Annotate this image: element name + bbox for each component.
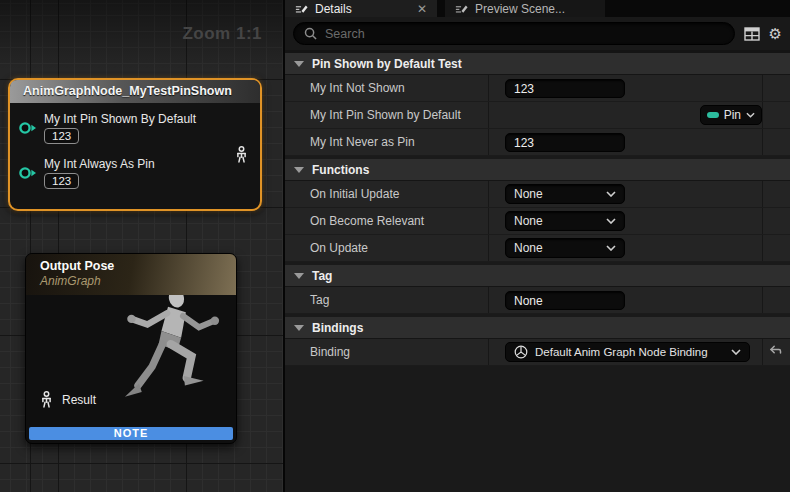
chevron-down-icon bbox=[294, 61, 304, 67]
search-icon bbox=[304, 27, 317, 40]
property-label: Binding bbox=[285, 345, 350, 359]
tab-bar: Details ✕ Preview Scene... bbox=[285, 0, 790, 17]
preview-scene-tab-icon bbox=[455, 3, 468, 14]
output-pose-header[interactable]: Output Pose AnimGraph bbox=[26, 254, 236, 295]
tab-label: Preview Scene... bbox=[475, 2, 565, 16]
property-label: My Int Never as Pin bbox=[285, 135, 415, 149]
reset-to-default-icon[interactable] bbox=[768, 345, 782, 358]
property-row: My Int Never as Pin bbox=[285, 129, 790, 156]
pose-pin-icon bbox=[39, 391, 54, 408]
anim-graph-node-selected[interactable]: AnimGraphNode_MyTestPinShown My Int Pin … bbox=[8, 78, 262, 211]
display-filter-icon[interactable] bbox=[744, 27, 760, 41]
on-become-relevant-dropdown[interactable]: None bbox=[505, 211, 625, 231]
tab-label: Details bbox=[315, 2, 352, 16]
tab-preview-scene[interactable]: Preview Scene... bbox=[445, 0, 605, 17]
unreal-editor-window: Zoom 1:1 AnimGraphNode_MyTestPinShown My… bbox=[0, 0, 790, 492]
node-title: Output Pose bbox=[40, 259, 236, 273]
chevron-down-icon bbox=[731, 349, 741, 355]
section-pin-shown-by-default-test: Pin Shown by Default Test My Int Not Sho… bbox=[285, 53, 790, 156]
note-bar[interactable]: NOTE bbox=[29, 427, 233, 440]
anim-graph-canvas[interactable]: Zoom 1:1 AnimGraphNode_MyTestPinShown My… bbox=[0, 0, 284, 492]
pin-visibility-dropdown[interactable]: Pin bbox=[700, 105, 762, 125]
section-tag: Tag Tag bbox=[285, 265, 790, 314]
category-header[interactable]: Tag bbox=[285, 265, 790, 287]
pin-label: My Int Always As Pin bbox=[44, 157, 155, 171]
output-pose-node[interactable]: Output Pose AnimGraph bbox=[25, 253, 237, 444]
chevron-down-icon bbox=[294, 325, 304, 331]
binding-icon bbox=[514, 345, 528, 359]
property-row: On Initial Update None bbox=[285, 181, 790, 208]
binding-dropdown[interactable]: Default Anim Graph Node Binding bbox=[505, 342, 750, 362]
chevron-down-icon bbox=[294, 167, 304, 173]
details-tab-icon bbox=[295, 3, 308, 14]
result-pin[interactable]: Result bbox=[39, 391, 96, 408]
details-toolbar: ⚙ bbox=[285, 17, 790, 53]
property-row: My Int Pin Shown by Default Pin bbox=[285, 102, 790, 129]
pin-pill-icon bbox=[707, 112, 719, 118]
tab-details[interactable]: Details ✕ bbox=[285, 0, 437, 17]
category-header[interactable]: Bindings bbox=[285, 317, 790, 339]
node-subtitle: AnimGraph bbox=[40, 274, 236, 288]
chevron-down-icon bbox=[606, 191, 616, 197]
property-label: My Int Not Shown bbox=[285, 81, 405, 95]
pin-default-value[interactable]: 123 bbox=[44, 128, 79, 144]
result-pin-label: Result bbox=[62, 393, 96, 407]
property-label: On Become Relevant bbox=[285, 214, 424, 228]
node-pin-row: My Int Always As Pin 123 bbox=[18, 157, 260, 189]
category-header[interactable]: Functions bbox=[285, 159, 790, 181]
section-functions: Functions On Initial Update None On Beco… bbox=[285, 159, 790, 262]
on-update-dropdown[interactable]: None bbox=[505, 238, 625, 258]
search-box[interactable] bbox=[293, 22, 735, 45]
category-header[interactable]: Pin Shown by Default Test bbox=[285, 53, 790, 75]
property-label: Tag bbox=[285, 293, 329, 307]
property-label: On Update bbox=[285, 241, 368, 255]
zoom-level-label: Zoom 1:1 bbox=[182, 24, 262, 44]
property-row: Binding Default Anim Graph Node Binding bbox=[285, 339, 790, 366]
pin-default-value[interactable]: 123 bbox=[44, 173, 79, 189]
running-mannequin-image bbox=[98, 295, 236, 425]
property-row: On Become Relevant None bbox=[285, 208, 790, 235]
on-initial-update-dropdown[interactable]: None bbox=[505, 184, 625, 204]
property-label: On Initial Update bbox=[285, 187, 399, 201]
node-pin-row: My Int Pin Shown By Default 123 bbox=[18, 112, 260, 144]
node-title[interactable]: AnimGraphNode_MyTestPinShown bbox=[10, 80, 260, 103]
int-pin-icon[interactable] bbox=[18, 120, 38, 136]
my-int-not-shown-input[interactable] bbox=[505, 79, 625, 98]
output-pose-body: Result bbox=[26, 295, 236, 425]
int-pin-icon[interactable] bbox=[18, 165, 38, 181]
property-row: Tag bbox=[285, 287, 790, 314]
section-bindings: Bindings Binding Default Anim Graph Node… bbox=[285, 317, 790, 366]
chevron-down-icon bbox=[294, 273, 304, 279]
chevron-down-icon bbox=[606, 245, 616, 251]
property-row: My Int Not Shown bbox=[285, 75, 790, 102]
property-row: On Update None bbox=[285, 235, 790, 262]
tag-input[interactable] bbox=[505, 291, 625, 310]
my-int-never-as-pin-input[interactable] bbox=[505, 133, 625, 152]
close-tab-icon[interactable]: ✕ bbox=[417, 3, 427, 15]
chevron-down-icon bbox=[606, 218, 616, 224]
settings-gear-icon[interactable]: ⚙ bbox=[769, 25, 782, 43]
details-panel: Details ✕ Preview Scene... bbox=[285, 0, 790, 492]
property-label: My Int Pin Shown by Default bbox=[285, 108, 461, 122]
chevron-down-icon bbox=[746, 112, 755, 118]
pose-output-pin-icon[interactable] bbox=[234, 146, 249, 163]
pin-label: My Int Pin Shown By Default bbox=[44, 112, 196, 126]
search-input[interactable] bbox=[325, 27, 724, 41]
